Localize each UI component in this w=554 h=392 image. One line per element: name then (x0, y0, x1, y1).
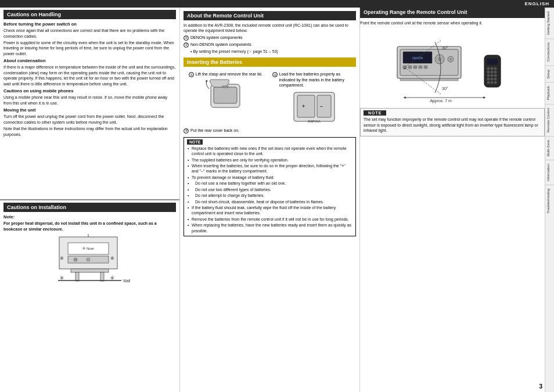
svg-text:30°: 30° (442, 87, 448, 91)
side-navigation: Getting Started Connections Setup Playba… (545, 8, 554, 392)
before-power-text: Check once again that all connections ar… (3, 28, 176, 39)
sidenav-remote-control[interactable]: Remote Control (545, 104, 554, 136)
note-item-4: Do not use a new battery together with a… (187, 181, 352, 186)
svg-rect-37 (419, 66, 422, 69)
note-item-5: Do not use two different types of batter… (187, 187, 352, 192)
note-item-7: Do not short-circuit, disassemble, heat … (187, 199, 352, 204)
sidenav-playback[interactable]: Playback (545, 82, 554, 103)
sidenav-multi-zone[interactable]: Multi-Zone (545, 136, 554, 160)
svg-point-58 (494, 81, 497, 84)
installation-note-title: Note: (3, 214, 176, 220)
note-item-2: When inserting the batteries, be sure to… (187, 163, 352, 174)
svg-point-44 (487, 67, 490, 70)
moving-text: Turn off the power and unplug the power … (3, 114, 176, 125)
svg-text:30°: 30° (442, 46, 448, 50)
svg-point-48 (491, 71, 494, 74)
note-item-9: Remove the batteries from the remote con… (187, 217, 352, 222)
language-bar: ENGLISH (0, 0, 554, 8)
about-remote-text: In addition to the AVR-2308, the include… (184, 23, 356, 34)
page-number: 3 (539, 383, 542, 390)
svg-rect-10 (75, 272, 79, 281)
installation-note-bold: For proper heat dispersal, do not instal… (3, 221, 176, 232)
op-range-note-box: NOTE The set may function improperly or … (360, 108, 545, 136)
svg-point-45 (491, 67, 494, 70)
svg-point-51 (491, 74, 494, 77)
svg-rect-9 (71, 269, 109, 272)
svg-rect-35 (408, 66, 412, 69)
svg-point-56 (487, 81, 490, 84)
condensation-title: About condensation (3, 58, 176, 64)
op-range-text: Point the remote control unit at the rem… (360, 20, 545, 26)
condensation-text: If there is a major difference in temper… (3, 64, 176, 87)
svg-point-54 (491, 78, 494, 81)
sidenav-setup[interactable]: Setup (545, 66, 554, 82)
installation-diagram: ※ Note ※ ※ Wall (3, 234, 176, 289)
svg-point-50 (487, 74, 490, 77)
lid-open-diagram (202, 78, 249, 114)
before-power-title: Before turning the power switch on (3, 21, 176, 27)
svg-text:R6P/AA: R6P/AA (308, 120, 320, 123)
op-range-note-text: The set may function improperly or the r… (364, 117, 541, 133)
cautions-installation-header: Cautions on Installation (3, 203, 176, 212)
step1-diagram: ① Lift the clasp and remove the rear lid… (184, 71, 268, 125)
svg-text:+: + (302, 103, 305, 109)
op-range-header: Operating Range the Remote Control Unit (360, 8, 545, 18)
svg-rect-43 (487, 58, 498, 65)
preset-memory-note: • By setting the preset memory (☞ page 5… (184, 49, 356, 54)
battery-diagram-area: ① Lift the clasp and remove the rear lid… (184, 71, 356, 125)
sidenav-connections[interactable]: Connections (545, 38, 554, 65)
note-item-8: If the battery fluid should leak, carefu… (187, 205, 352, 216)
svg-point-4 (74, 258, 77, 261)
batteries-note-box: NOTE Replace the batteries with new ones… (184, 137, 356, 237)
svg-point-47 (487, 71, 490, 74)
inserting-batteries-header: Inserting the Batteries (184, 57, 356, 67)
right-column: Operating Range the Remote Control Unit … (360, 8, 545, 392)
svg-text:※: ※ (110, 256, 114, 261)
svg-text:※: ※ (60, 275, 64, 280)
about-remote-header: About the Remote Control Unit (184, 11, 356, 20)
power-supply-text: Power is supplied to some of the circuit… (3, 40, 176, 56)
denon-item: ① DENON system components (184, 35, 356, 41)
mobile-title: Cautions on using mobile phones (3, 88, 176, 94)
svg-text:Wall: Wall (123, 279, 131, 283)
non-denon-item: ② Non-DENON system components (184, 42, 356, 48)
svg-text:※: ※ (110, 275, 114, 280)
svg-point-46 (494, 67, 497, 70)
svg-text:–: – (320, 103, 323, 109)
sidenav-getting-started[interactable]: Getting Started (545, 8, 554, 38)
receiver-diagram: DENON (360, 29, 545, 105)
cautions-handling-section: Cautions on Handling Before turning the … (0, 8, 179, 200)
note-item-3: To prevent damage or leakage of battery … (187, 175, 352, 180)
step3-item: ③ Put the rear cover back on. (184, 128, 356, 134)
svg-point-32 (449, 58, 452, 60)
illustrations-text: Note that the illustrations in these ins… (3, 126, 176, 137)
svg-rect-36 (413, 66, 417, 69)
note-item-0: Replace the batteries with new ones if t… (187, 146, 352, 157)
svg-rect-11 (100, 272, 104, 281)
note-item-6: Do not attempt to charge dry batteries. (187, 193, 352, 198)
svg-rect-21 (317, 95, 331, 117)
note-label: NOTE (187, 139, 203, 145)
note-item-10: When replacing the batteries, have the n… (187, 222, 352, 233)
svg-point-53 (487, 78, 490, 81)
left-column: Cautions on Handling Before turning the … (0, 8, 180, 392)
moving-title: Moving the unit (3, 107, 176, 113)
svg-point-57 (491, 81, 494, 84)
cautions-installation-section: Cautions on Installation Note: For prope… (0, 200, 179, 392)
sidenav-troubleshooting[interactable]: Troubleshooting (545, 185, 554, 217)
svg-point-5 (87, 258, 90, 261)
cautions-handling-header: Cautions on Handling (3, 10, 176, 19)
mobile-text: Using a mobile phone near this unit may … (3, 95, 176, 106)
svg-text:※: ※ (60, 256, 64, 261)
step2-diagram: ② Load the two batteries properly as ind… (272, 71, 357, 125)
middle-column: About the Remote Control Unit In additio… (180, 8, 360, 392)
sidenav-information[interactable]: Information (545, 160, 554, 185)
svg-rect-20 (297, 95, 315, 117)
svg-point-55 (494, 78, 497, 81)
language-label: ENGLISH (524, 1, 549, 6)
installation-svg: ※ Note ※ ※ Wall (42, 234, 138, 289)
svg-rect-18 (222, 86, 228, 88)
battery-compartment-diagram: + – R6P/AA (288, 89, 340, 125)
svg-text:Approx. 7 m: Approx. 7 m (430, 99, 452, 103)
svg-rect-17 (214, 87, 237, 103)
